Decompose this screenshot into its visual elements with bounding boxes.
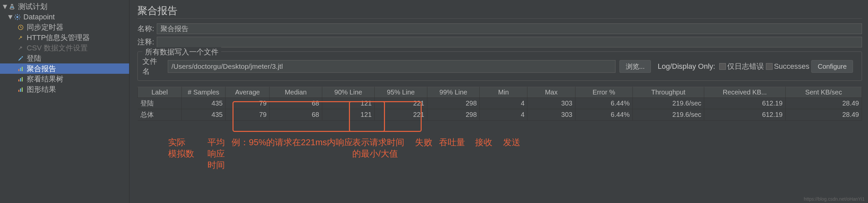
svg-rect-13	[20, 68, 21, 71]
cell-average: 79	[225, 98, 270, 109]
cell-throughput: 219.6/sec	[632, 109, 704, 120]
cell-min: 4	[480, 109, 527, 120]
cell-95: 221	[375, 98, 427, 109]
cell-samples: 435	[182, 98, 225, 109]
chart-icon	[17, 75, 25, 83]
svg-line-5	[16, 15, 16, 16]
chart-icon	[17, 85, 25, 93]
th-90line[interactable]: 90% Line	[322, 87, 375, 98]
table-row[interactable]: 总体 435 79 68 121 221 298 4 303 6.44% 219…	[138, 109, 862, 120]
tree-item-label: 聚合报告	[27, 64, 56, 74]
th-error[interactable]: Error %	[575, 87, 632, 98]
cell-label: 登陆	[138, 98, 182, 109]
configure-button[interactable]: Configure	[811, 60, 853, 73]
chart-icon	[17, 65, 25, 73]
gear-icon	[13, 13, 21, 21]
file-group-title: 所有数据写入一个文件	[143, 47, 221, 57]
tree-root[interactable]: ▼ 测试计划	[0, 1, 129, 12]
cell-label: 总体	[138, 109, 182, 120]
cell-error: 6.44%	[575, 98, 632, 109]
log-display-label: Log/Display Only:	[657, 62, 715, 71]
cell-average: 79	[225, 109, 270, 120]
cell-throughput: 219.6/sec	[632, 98, 704, 109]
tree-item-label: HTTP信息头管理器	[27, 33, 90, 43]
svg-rect-15	[18, 80, 19, 82]
svg-line-7	[19, 15, 19, 16]
results-table: Label # Samples Average Median 90% Line …	[137, 87, 862, 120]
cell-samples: 435	[182, 109, 225, 120]
comment-label: 注释:	[137, 37, 157, 47]
flask-icon	[8, 3, 16, 11]
svg-point-0	[17, 16, 18, 18]
cell-recv: 612.19	[704, 98, 785, 109]
th-throughput[interactable]: Throughput	[632, 87, 704, 98]
th-receivedkb[interactable]: Received KB...	[704, 87, 785, 98]
tree-root-label: 测试计划	[18, 2, 48, 12]
main-panel: 聚合报告 名称: 注释: 所有数据写入一个文件 文件名 浏览... Log/Di…	[129, 0, 868, 203]
tree-datapoint-label: Datapoint	[23, 13, 55, 21]
page-title: 聚合报告	[137, 4, 862, 19]
tree-item-http-header[interactable]: HTTP信息头管理器	[0, 32, 129, 43]
tree-item-label: 察看结果树	[27, 74, 63, 84]
cell-max: 303	[527, 109, 575, 120]
cell-recv: 612.19	[704, 109, 785, 120]
th-median[interactable]: Median	[270, 87, 322, 98]
clock-icon	[17, 23, 25, 31]
cell-99: 298	[427, 109, 480, 120]
cell-median: 68	[270, 98, 322, 109]
tree-item-result-tree[interactable]: 察看结果树	[0, 74, 129, 84]
cell-sent: 28.49	[785, 98, 862, 109]
th-99line[interactable]: 99% Line	[427, 87, 480, 98]
wrench-icon	[17, 34, 25, 42]
svg-line-8	[16, 18, 16, 19]
svg-rect-14	[22, 67, 23, 71]
filename-label: 文件名	[143, 56, 164, 77]
th-label[interactable]: Label	[138, 87, 182, 98]
browse-button[interactable]: 浏览...	[619, 60, 651, 73]
svg-rect-16	[20, 78, 21, 82]
successes-checkbox[interactable]: Successes	[766, 62, 809, 71]
cell-median: 68	[270, 109, 322, 120]
comment-input[interactable]	[157, 37, 862, 48]
tree-item-aggregate-report[interactable]: 聚合报告	[0, 63, 129, 74]
th-average[interactable]: Average	[225, 87, 270, 98]
tree-item-label: CSV 数据文件设置	[27, 43, 88, 53]
svg-rect-12	[18, 69, 19, 71]
th-min[interactable]: Min	[480, 87, 527, 98]
tree-panel: ▼ 测试计划 ▼ Datapoint 同步定时器 HTTP信息头管理器 CSV …	[0, 0, 129, 203]
tree-datapoint[interactable]: ▼ Datapoint	[0, 12, 129, 22]
tree-item-csv[interactable]: CSV 数据文件设置	[0, 43, 129, 53]
svg-line-6	[19, 18, 19, 19]
cell-sent: 28.49	[785, 109, 862, 120]
svg-rect-20	[22, 87, 23, 92]
table-header-row: Label # Samples Average Median 90% Line …	[138, 87, 862, 98]
tree-item-label: 图形结果	[27, 85, 56, 94]
tree-item-label: 同步定时器	[27, 22, 63, 32]
tree-item-timer[interactable]: 同步定时器	[0, 22, 129, 32]
name-input[interactable]	[157, 23, 862, 34]
cell-min: 4	[480, 98, 527, 109]
cell-90: 121	[322, 98, 375, 109]
th-sentkb[interactable]: Sent KB/sec	[785, 87, 862, 98]
tree-item-login[interactable]: 登陆	[0, 53, 129, 63]
errors-only-checkbox[interactable]: 仅日志错误	[719, 61, 764, 71]
cell-90: 121	[322, 109, 375, 120]
table-row[interactable]: 登陆 435 79 68 121 221 298 4 303 6.44% 219…	[138, 98, 862, 109]
th-max[interactable]: Max	[527, 87, 575, 98]
cell-95: 221	[375, 109, 427, 120]
watermark: https://blog.csdn.net/oHanYi1	[804, 196, 865, 202]
tree-item-graph[interactable]: 图形结果	[0, 84, 129, 94]
th-samples[interactable]: # Samples	[182, 87, 225, 98]
cell-error: 6.44%	[575, 109, 632, 120]
svg-rect-19	[20, 88, 21, 92]
dropper-icon	[17, 54, 25, 62]
filename-input[interactable]	[168, 60, 616, 73]
cell-max: 303	[527, 98, 575, 109]
successes-label: Successes	[774, 62, 809, 71]
th-95line[interactable]: 95% Line	[375, 87, 427, 98]
errors-only-label: 仅日志错误	[727, 61, 764, 71]
svg-rect-17	[22, 77, 23, 82]
wrench-icon	[17, 44, 25, 52]
svg-rect-18	[18, 90, 19, 92]
cell-99: 298	[427, 98, 480, 109]
